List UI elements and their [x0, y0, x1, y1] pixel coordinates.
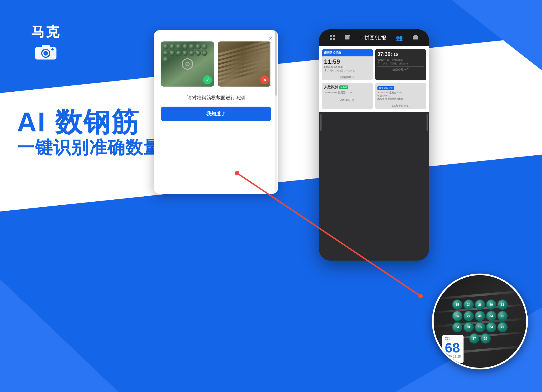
headline-sub: 一键识别准确数量: [17, 137, 175, 158]
scrollbar-left[interactable]: [320, 114, 322, 131]
svg-rect-6: [333, 35, 335, 37]
modal-dialog: × ⊘ ✓: [154, 30, 278, 194]
rebar-num-15c: 15: [480, 333, 491, 343]
modal-confirm-button[interactable]: 我知道了: [161, 107, 271, 121]
card-ai-attendance[interactable]: 人数识别 AI验证 2020-04-07 星期五 11:59 AI出勤识别: [322, 83, 373, 109]
card3-label: AI出勤识别: [324, 97, 371, 102]
app-logo: 马克: [18, 15, 74, 71]
card1-header: 疫情防控记录: [322, 49, 373, 56]
rebar-num-34b: 34: [452, 322, 462, 332]
detection-circle: 15 24 26 30 31 35 27 34 33 18 34 31 15 3…: [432, 274, 528, 369]
modal-close-button[interactable]: ×: [269, 35, 272, 42]
svg-rect-14: [414, 35, 417, 36]
rebar-num-24: 24: [464, 299, 474, 310]
camera-icon: [34, 43, 57, 63]
cross-badge: ✕: [260, 75, 269, 84]
card-quick-note[interactable]: 07:30: 15 记录送一则·马克水印相机 📍广州市，天河区，珠江新城 快捷备…: [375, 49, 426, 80]
card4-date: 2020/04/07 星期三 12:59: [377, 91, 424, 94]
rebar-num-15a: 15: [452, 299, 462, 310]
topbar-trash-icon[interactable]: [345, 34, 350, 41]
card3-ai-badge: AI验证: [339, 85, 348, 89]
svg-rect-5: [330, 35, 332, 37]
modal-image-2[interactable]: ✕: [218, 41, 271, 87]
svg-rect-9: [345, 36, 349, 39]
headline-main: AI 数钢筋: [17, 107, 175, 137]
scrollbar-modal[interactable]: [270, 41, 271, 87]
svg-rect-3: [42, 45, 50, 48]
card3-title: 人数识别: [324, 85, 338, 90]
card2-note: 记录送一则·马克水印相机: [377, 58, 424, 61]
card1-time: 11:59: [324, 58, 371, 65]
rebar-num-34c: 34: [486, 322, 496, 332]
topbar-group-icon[interactable]: 👥: [396, 34, 403, 41]
card-epidemic-report[interactable]: 疫情隔离上报 2020/04/07 星期三 12:59 体温: 36.5°C 地…: [375, 83, 426, 109]
svg-rect-7: [330, 38, 332, 40]
rebar-num-18: 18: [497, 311, 508, 321]
slash-icon: ⊘: [182, 58, 193, 70]
card2-label: 快捷备注水印: [377, 66, 424, 72]
card1-date: 2020-04-07 星期三: [324, 65, 371, 69]
phone-topbar: ⊞ 拼图/汇报 👥: [319, 29, 429, 46]
rebar-num-33: 33: [486, 311, 496, 321]
card2-time: 07:30: 15: [377, 51, 424, 57]
rebar-num-30: 30: [486, 299, 496, 310]
modal-scrollbar[interactable]: [275, 30, 277, 194]
rebar-num-27c: 27: [469, 333, 479, 343]
rebar-num-26: 26: [475, 299, 485, 310]
card1-location: 📍广州市，天河区，珠江新城: [324, 69, 371, 72]
rebar-num-27b: 27: [497, 322, 508, 332]
cards-area: 疫情防控记录 11:59 2020-04-07 星期三 📍广州市，天河区，珠江新…: [319, 46, 429, 112]
card-epidemic-watermark[interactable]: 疫情防控记录 11:59 2020-04-07 星期三 📍广州市，天河区，珠江新…: [322, 49, 373, 80]
modal-instruction: 请对准钢筋横截面进行识别: [154, 91, 278, 104]
rebar-num-27a: 27: [464, 311, 474, 321]
svg-rect-8: [333, 38, 335, 40]
topbar-camera-icon[interactable]: [412, 35, 419, 41]
scrollbar-right[interactable]: [427, 114, 428, 131]
rebar-num-31b: 31: [464, 322, 474, 332]
rebar-num-15b: 15: [475, 322, 485, 332]
modal-scrollbar-thumb: [275, 30, 277, 96]
card4-label: 隔离上报水印: [375, 103, 426, 109]
card1-label: 疫情防水印: [322, 74, 373, 80]
logo-title: 马克: [31, 23, 60, 41]
svg-point-2: [43, 51, 48, 56]
modal-images-row: ⊘ ✓ ✕: [154, 30, 278, 91]
headline-container: AI 数钢筋 一键识别准确数量: [17, 107, 175, 158]
card4-location: 地点: 广州市番禺区南村镇: [377, 97, 424, 100]
card4-temp: 体温: 36.5°C: [377, 94, 424, 97]
card4-badge: 疫情隔离上报: [377, 86, 394, 90]
card3-date: 2020-04-07 星期五 11:59: [324, 91, 371, 94]
svg-point-4: [51, 48, 54, 50]
rebar-num-35: 35: [452, 311, 462, 321]
rebar-num-34a: 34: [475, 311, 485, 321]
rebar-num-31a: 31: [497, 299, 508, 310]
topbar-title: ⊞ 拼图/汇报: [359, 34, 386, 41]
card2-location: 📍广州市，天河区，珠江新城: [377, 62, 424, 65]
topbar-grid-icon[interactable]: [329, 34, 335, 41]
modal-image-1[interactable]: ⊘ ✓: [161, 41, 214, 87]
check-badge: ✓: [203, 75, 212, 84]
